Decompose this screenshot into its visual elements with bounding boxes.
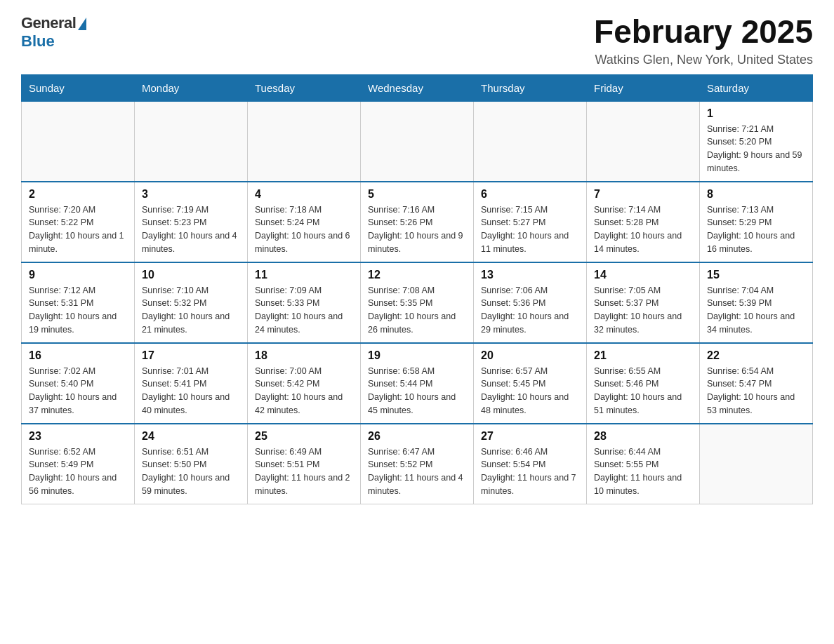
calendar-week-row: 2Sunrise: 7:20 AM Sunset: 5:22 PM Daylig…	[22, 182, 813, 262]
month-title: February 2025	[594, 14, 813, 50]
calendar-cell: 26Sunrise: 6:47 AM Sunset: 5:52 PM Dayli…	[361, 424, 474, 504]
day-info: Sunrise: 7:20 AM Sunset: 5:22 PM Dayligh…	[29, 203, 127, 256]
calendar-cell: 19Sunrise: 6:58 AM Sunset: 5:44 PM Dayli…	[361, 343, 474, 424]
calendar-cell: 15Sunrise: 7:04 AM Sunset: 5:39 PM Dayli…	[700, 262, 813, 343]
day-info: Sunrise: 6:58 AM Sunset: 5:44 PM Dayligh…	[368, 365, 466, 417]
day-number: 23	[29, 430, 127, 443]
day-info: Sunrise: 6:57 AM Sunset: 5:45 PM Dayligh…	[481, 365, 579, 417]
calendar-cell: 8Sunrise: 7:13 AM Sunset: 5:29 PM Daylig…	[700, 182, 813, 262]
calendar-cell: 23Sunrise: 6:52 AM Sunset: 5:49 PM Dayli…	[22, 424, 135, 504]
day-number: 27	[481, 430, 579, 443]
calendar-cell: 12Sunrise: 7:08 AM Sunset: 5:35 PM Dayli…	[361, 262, 474, 343]
day-info: Sunrise: 7:19 AM Sunset: 5:23 PM Dayligh…	[142, 203, 240, 256]
day-info: Sunrise: 7:01 AM Sunset: 5:41 PM Dayligh…	[142, 365, 240, 417]
calendar-week-row: 1Sunrise: 7:21 AM Sunset: 5:20 PM Daylig…	[22, 101, 813, 182]
calendar-cell: 24Sunrise: 6:51 AM Sunset: 5:50 PM Dayli…	[135, 424, 248, 504]
calendar-cell: 10Sunrise: 7:10 AM Sunset: 5:32 PM Dayli…	[135, 262, 248, 343]
logo-general-text: General	[21, 14, 76, 32]
day-info: Sunrise: 7:05 AM Sunset: 5:37 PM Dayligh…	[594, 284, 692, 337]
day-info: Sunrise: 7:02 AM Sunset: 5:40 PM Dayligh…	[29, 365, 127, 417]
day-info: Sunrise: 7:12 AM Sunset: 5:31 PM Dayligh…	[29, 284, 127, 337]
calendar-cell: 28Sunrise: 6:44 AM Sunset: 5:55 PM Dayli…	[587, 424, 700, 504]
day-info: Sunrise: 6:49 AM Sunset: 5:51 PM Dayligh…	[255, 445, 353, 498]
day-number: 12	[368, 269, 466, 281]
calendar-header-tuesday: Tuesday	[248, 74, 361, 101]
day-number: 10	[142, 269, 240, 281]
day-number: 25	[255, 430, 353, 443]
day-number: 22	[707, 349, 805, 362]
calendar-table: SundayMondayTuesdayWednesdayThursdayFrid…	[21, 74, 813, 504]
day-number: 21	[594, 349, 692, 362]
calendar-cell: 17Sunrise: 7:01 AM Sunset: 5:41 PM Dayli…	[135, 343, 248, 424]
day-number: 1	[707, 107, 805, 120]
calendar-cell	[248, 101, 361, 182]
day-number: 9	[29, 269, 127, 281]
calendar-cell: 4Sunrise: 7:18 AM Sunset: 5:24 PM Daylig…	[248, 182, 361, 262]
calendar-cell: 6Sunrise: 7:15 AM Sunset: 5:27 PM Daylig…	[474, 182, 587, 262]
day-number: 2	[29, 188, 127, 201]
calendar-week-row: 23Sunrise: 6:52 AM Sunset: 5:49 PM Dayli…	[22, 424, 813, 504]
day-number: 26	[368, 430, 466, 443]
day-info: Sunrise: 7:16 AM Sunset: 5:26 PM Dayligh…	[368, 203, 466, 256]
day-number: 24	[142, 430, 240, 443]
calendar-cell: 1Sunrise: 7:21 AM Sunset: 5:20 PM Daylig…	[700, 101, 813, 182]
day-info: Sunrise: 6:54 AM Sunset: 5:47 PM Dayligh…	[707, 365, 805, 417]
calendar-cell: 22Sunrise: 6:54 AM Sunset: 5:47 PM Dayli…	[700, 343, 813, 424]
title-section: February 2025 Watkins Glen, New York, Un…	[594, 14, 813, 67]
calendar-header-sunday: Sunday	[22, 74, 135, 101]
logo-blue-text: Blue	[21, 32, 55, 51]
calendar-cell: 7Sunrise: 7:14 AM Sunset: 5:28 PM Daylig…	[587, 182, 700, 262]
page-header: General Blue February 2025 Watkins Glen,…	[21, 14, 813, 67]
calendar-cell: 27Sunrise: 6:46 AM Sunset: 5:54 PM Dayli…	[474, 424, 587, 504]
calendar-cell: 16Sunrise: 7:02 AM Sunset: 5:40 PM Dayli…	[22, 343, 135, 424]
calendar-cell	[587, 101, 700, 182]
day-number: 13	[481, 269, 579, 281]
calendar-cell: 21Sunrise: 6:55 AM Sunset: 5:46 PM Dayli…	[587, 343, 700, 424]
day-info: Sunrise: 6:44 AM Sunset: 5:55 PM Dayligh…	[594, 445, 692, 498]
day-info: Sunrise: 7:00 AM Sunset: 5:42 PM Dayligh…	[255, 365, 353, 417]
calendar-cell: 13Sunrise: 7:06 AM Sunset: 5:36 PM Dayli…	[474, 262, 587, 343]
day-info: Sunrise: 7:18 AM Sunset: 5:24 PM Dayligh…	[255, 203, 353, 256]
day-info: Sunrise: 7:10 AM Sunset: 5:32 PM Dayligh…	[142, 284, 240, 337]
day-number: 5	[368, 188, 466, 201]
day-info: Sunrise: 6:46 AM Sunset: 5:54 PM Dayligh…	[481, 445, 579, 498]
calendar-header-thursday: Thursday	[474, 74, 587, 101]
day-info: Sunrise: 6:52 AM Sunset: 5:49 PM Dayligh…	[29, 445, 127, 498]
calendar-cell: 11Sunrise: 7:09 AM Sunset: 5:33 PM Dayli…	[248, 262, 361, 343]
day-number: 6	[481, 188, 579, 201]
calendar-cell: 9Sunrise: 7:12 AM Sunset: 5:31 PM Daylig…	[22, 262, 135, 343]
day-info: Sunrise: 7:15 AM Sunset: 5:27 PM Dayligh…	[481, 203, 579, 256]
location: Watkins Glen, New York, United States	[594, 53, 813, 67]
calendar-header-friday: Friday	[587, 74, 700, 101]
day-number: 28	[594, 430, 692, 443]
day-info: Sunrise: 7:14 AM Sunset: 5:28 PM Dayligh…	[594, 203, 692, 256]
calendar-header-monday: Monday	[135, 74, 248, 101]
day-number: 14	[594, 269, 692, 281]
day-number: 3	[142, 188, 240, 201]
calendar-cell: 2Sunrise: 7:20 AM Sunset: 5:22 PM Daylig…	[22, 182, 135, 262]
day-number: 16	[29, 349, 127, 362]
day-info: Sunrise: 6:55 AM Sunset: 5:46 PM Dayligh…	[594, 365, 692, 417]
day-number: 20	[481, 349, 579, 362]
calendar-header-saturday: Saturday	[700, 74, 813, 101]
day-info: Sunrise: 7:21 AM Sunset: 5:20 PM Dayligh…	[707, 123, 805, 175]
calendar-header-wednesday: Wednesday	[361, 74, 474, 101]
calendar-week-row: 16Sunrise: 7:02 AM Sunset: 5:40 PM Dayli…	[22, 343, 813, 424]
calendar-cell: 25Sunrise: 6:49 AM Sunset: 5:51 PM Dayli…	[248, 424, 361, 504]
day-number: 15	[707, 269, 805, 281]
day-number: 17	[142, 349, 240, 362]
calendar-cell: 5Sunrise: 7:16 AM Sunset: 5:26 PM Daylig…	[361, 182, 474, 262]
day-info: Sunrise: 6:47 AM Sunset: 5:52 PM Dayligh…	[368, 445, 466, 498]
calendar-cell: 3Sunrise: 7:19 AM Sunset: 5:23 PM Daylig…	[135, 182, 248, 262]
day-info: Sunrise: 7:09 AM Sunset: 5:33 PM Dayligh…	[255, 284, 353, 337]
day-info: Sunrise: 6:51 AM Sunset: 5:50 PM Dayligh…	[142, 445, 240, 498]
day-info: Sunrise: 7:13 AM Sunset: 5:29 PM Dayligh…	[707, 203, 805, 256]
logo-arrow-icon	[78, 18, 86, 30]
day-number: 4	[255, 188, 353, 201]
calendar-cell: 18Sunrise: 7:00 AM Sunset: 5:42 PM Dayli…	[248, 343, 361, 424]
calendar-cell	[474, 101, 587, 182]
logo: General Blue	[21, 14, 86, 51]
day-info: Sunrise: 7:08 AM Sunset: 5:35 PM Dayligh…	[368, 284, 466, 337]
day-number: 8	[707, 188, 805, 201]
day-info: Sunrise: 7:06 AM Sunset: 5:36 PM Dayligh…	[481, 284, 579, 337]
